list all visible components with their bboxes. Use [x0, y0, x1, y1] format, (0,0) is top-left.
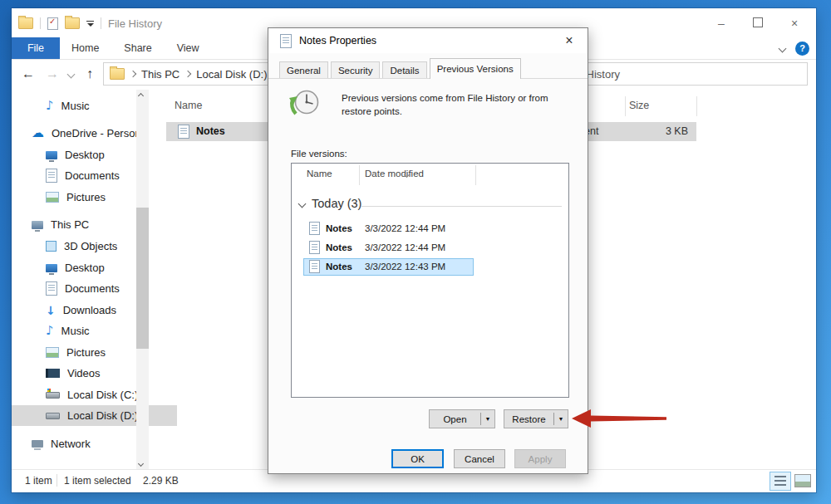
open-dropdown-icon[interactable]: ▼	[481, 416, 494, 422]
sidebar-item-downloads[interactable]: ↓Downloads	[12, 300, 177, 321]
version-row-selected[interactable]: Notes 3/3/2022 12:43 PM	[303, 258, 474, 276]
sidebar-item-music-pc[interactable]: ♪Music	[12, 321, 177, 341]
version-name: Notes	[326, 223, 352, 233]
sidebar-item-documents-pc[interactable]: Documents	[12, 278, 177, 299]
sidebar-item-label: OneDrive - Personal	[52, 127, 139, 139]
document-icon	[46, 281, 57, 296]
drive-icon	[46, 413, 60, 419]
open-button-label: Open	[430, 414, 480, 424]
sidebar-item-label: 3D Objects	[64, 240, 117, 252]
sidebar-item-desktop-pc[interactable]: Desktop	[12, 257, 177, 278]
monitor-icon	[46, 151, 57, 159]
dialog-close-button[interactable]: ×	[551, 28, 588, 53]
sidebar-item-local-disk-d[interactable]: Local Disk (D:)	[12, 405, 177, 426]
file-name: Notes	[196, 125, 225, 137]
list-column-divider[interactable]	[475, 165, 476, 185]
sidebar-item-label: Documents	[65, 282, 120, 295]
group-label: Today (3)	[312, 197, 361, 210]
dialog-title: Notes Properties	[299, 35, 376, 46]
back-button[interactable]: ←	[22, 60, 35, 88]
window-title: File History	[108, 17, 162, 30]
up-button[interactable]: ↑	[86, 60, 93, 88]
document-icon	[309, 222, 320, 235]
sidebar-item-label: Desktop	[65, 262, 105, 274]
scroll-up-icon[interactable]	[139, 91, 143, 100]
forward-button[interactable]: →	[46, 60, 59, 88]
restore-button[interactable]: Restore ▼	[504, 409, 568, 428]
download-arrow-icon: ↓	[46, 305, 56, 316]
group-collapse-icon[interactable]	[298, 199, 307, 208]
qat-customize-caret-icon[interactable]	[86, 21, 94, 27]
document-icon	[178, 125, 189, 139]
cloud-icon: ☁	[32, 127, 44, 139]
status-selection-size: 2.29 KB	[143, 475, 179, 487]
tab-details[interactable]: Details	[382, 61, 426, 78]
version-name: Notes	[326, 242, 352, 252]
version-row[interactable]: Notes 3/3/2022 12:44 PM	[303, 220, 474, 237]
thumbnails-view-button[interactable]	[794, 474, 811, 487]
search-input[interactable]: File History	[550, 62, 808, 86]
sidebar-item-3d-objects[interactable]: 3D Objects	[12, 236, 177, 257]
sidebar-item-label: Documents	[65, 169, 120, 182]
list-column-name[interactable]: Name	[307, 169, 332, 179]
details-view-button[interactable]	[770, 472, 791, 491]
file-versions-list[interactable]: Name Date modified Today (3) Notes 3/3/2…	[291, 163, 569, 398]
maximize-button[interactable]	[740, 17, 776, 30]
breadcrumb-local-disk-d[interactable]: Local Disk (D:)	[196, 68, 267, 81]
sidebar-item-desktop[interactable]: Desktop	[12, 144, 177, 165]
document-icon	[309, 260, 320, 273]
notes-properties-dialog: Notes Properties × General Security Deta…	[268, 27, 588, 474]
sidebar-item-label: Music	[61, 100, 90, 112]
sidebar-item-label: Videos	[67, 367, 101, 379]
breadcrumb-this-pc[interactable]: This PC	[141, 68, 179, 81]
ribbon-collapse-icon[interactable]	[779, 44, 787, 52]
sidebar-scrollbar[interactable]	[136, 90, 149, 470]
sidebar-item-documents[interactable]: Documents	[12, 165, 177, 186]
version-row[interactable]: Notes 3/3/2022 12:44 PM	[303, 239, 474, 257]
help-button[interactable]: ?	[795, 42, 809, 56]
column-header-size[interactable]: Size	[629, 100, 649, 111]
scrollbar-thumb[interactable]	[136, 208, 149, 349]
sidebar-item-videos[interactable]: Videos	[12, 363, 177, 384]
music-note-icon: ♪	[46, 325, 54, 337]
sidebar-item-local-disk-c[interactable]: Local Disk (C:)	[12, 384, 177, 405]
group-header-today[interactable]: Today (3)	[299, 197, 361, 210]
sidebar-item-label: Desktop	[65, 149, 105, 161]
status-items-count: 1 item	[25, 475, 52, 487]
apply-button[interactable]: Apply	[514, 449, 566, 468]
sidebar-item-pictures[interactable]: Pictures	[12, 187, 177, 208]
column-header-name[interactable]: Name	[175, 100, 202, 111]
sidebar-item-label: This PC	[51, 218, 89, 231]
sidebar-item-pictures-pc[interactable]: Pictures	[12, 342, 177, 363]
sort-chevron-icon	[405, 165, 409, 180]
qat-properties-icon[interactable]	[47, 17, 58, 30]
scroll-down-icon[interactable]	[139, 459, 143, 467]
breadcrumb-chevron-icon	[130, 71, 136, 77]
restore-dropdown-icon[interactable]: ▼	[554, 416, 568, 422]
dialog-tab-strip: General Security Details Previous Versio…	[279, 58, 524, 78]
recent-locations-icon[interactable]	[68, 60, 74, 88]
ribbon-tab-file[interactable]: File	[12, 37, 60, 59]
list-column-date-modified[interactable]: Date modified	[365, 169, 424, 179]
qat-new-folder-icon[interactable]	[65, 17, 80, 29]
cancel-button[interactable]: Cancel	[454, 449, 505, 468]
previous-versions-icon	[289, 86, 321, 120]
close-button[interactable]: ×	[776, 17, 813, 30]
sidebar-item-label: Pictures	[66, 191, 106, 203]
tab-security[interactable]: Security	[331, 61, 381, 78]
list-column-divider[interactable]	[359, 165, 360, 185]
tab-general[interactable]: General	[279, 61, 328, 78]
separator	[57, 474, 57, 487]
ribbon-tab-view[interactable]: View	[177, 42, 199, 54]
network-icon	[32, 440, 43, 448]
open-button[interactable]: Open ▼	[429, 409, 495, 428]
ribbon-tab-share[interactable]: Share	[124, 42, 151, 54]
sidebar-item-music[interactable]: ♪Music	[12, 95, 177, 116]
column-divider[interactable]	[625, 96, 626, 116]
tab-previous-versions[interactable]: Previous Versions	[430, 58, 521, 79]
minimize-button[interactable]: –	[703, 17, 740, 30]
drive-icon	[46, 392, 60, 399]
ok-button[interactable]: OK	[391, 449, 444, 468]
ribbon-tab-home[interactable]: Home	[71, 42, 99, 54]
column-divider[interactable]	[696, 96, 697, 116]
